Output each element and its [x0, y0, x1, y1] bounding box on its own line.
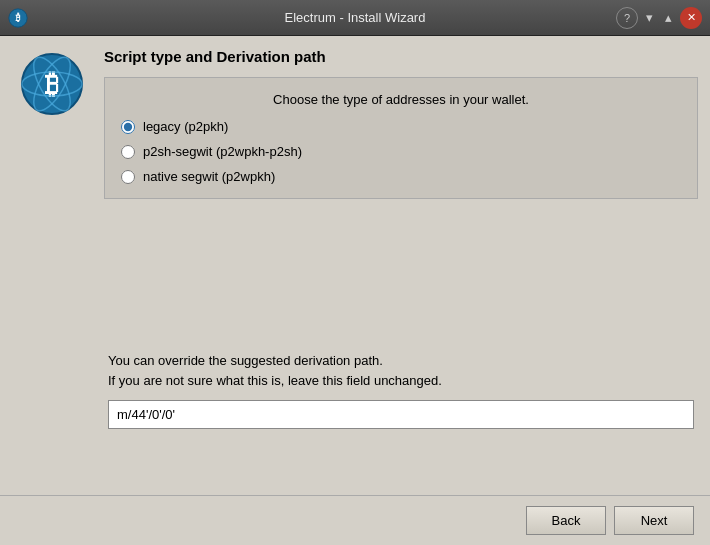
expand-button[interactable]: ▴: [661, 8, 676, 27]
radio-item-legacy[interactable]: legacy (p2pkh): [121, 119, 681, 134]
section-title: Script type and Derivation path: [104, 48, 698, 65]
radio-p2sh-segwit[interactable]: [121, 145, 135, 159]
titlebar: ₿ Electrum - Install Wizard ? ▾ ▴ ✕: [0, 0, 710, 36]
app-icon: ₿: [8, 8, 28, 28]
derivation-hint-line2: If you are not sure what this is, leave …: [108, 373, 442, 388]
derivation-section: You can override the suggested derivatio…: [104, 351, 698, 483]
next-button[interactable]: Next: [614, 506, 694, 535]
logo-panel: ₿: [12, 48, 92, 483]
derivation-path-input[interactable]: [108, 400, 694, 429]
radio-item-native-segwit[interactable]: native segwit (p2wpkh): [121, 169, 681, 184]
radio-native-segwit[interactable]: [121, 170, 135, 184]
radio-item-p2sh-segwit[interactable]: p2sh-segwit (p2wpkh-p2sh): [121, 144, 681, 159]
radio-options-box: Choose the type of addresses in your wal…: [104, 77, 698, 199]
main-content: ₿ Script type and Derivation path Choose…: [0, 36, 710, 495]
content-panel: Script type and Derivation path Choose t…: [104, 48, 698, 483]
derivation-hint-line1: You can override the suggested derivatio…: [108, 353, 383, 368]
collapse-button[interactable]: ▾: [642, 8, 657, 27]
footer: Back Next: [0, 495, 710, 545]
close-button[interactable]: ✕: [680, 7, 702, 29]
back-button[interactable]: Back: [526, 506, 606, 535]
radio-hint: Choose the type of addresses in your wal…: [121, 92, 681, 107]
help-button[interactable]: ?: [616, 7, 638, 29]
radio-legacy[interactable]: [121, 120, 135, 134]
electrum-logo: ₿: [20, 52, 84, 116]
cursor-area: [104, 219, 698, 351]
derivation-hint: You can override the suggested derivatio…: [108, 351, 694, 390]
window-title: Electrum - Install Wizard: [285, 10, 426, 25]
radio-legacy-label[interactable]: legacy (p2pkh): [143, 119, 228, 134]
titlebar-left: ₿: [8, 8, 28, 28]
radio-p2sh-segwit-label[interactable]: p2sh-segwit (p2wpkh-p2sh): [143, 144, 302, 159]
titlebar-controls: ? ▾ ▴ ✕: [616, 7, 702, 29]
radio-native-segwit-label[interactable]: native segwit (p2wpkh): [143, 169, 275, 184]
